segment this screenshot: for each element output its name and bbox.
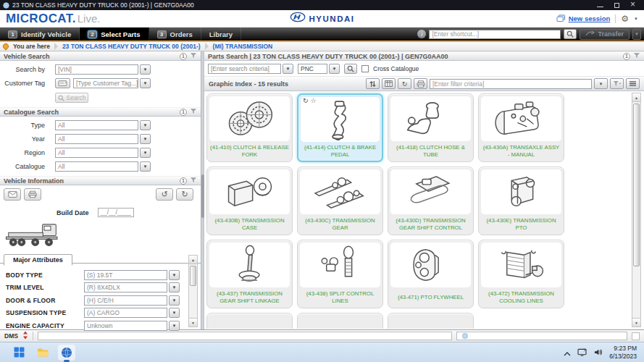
dms-end-button[interactable]	[632, 332, 640, 340]
grid-view-icon[interactable]	[382, 78, 396, 89]
chevron-down-icon[interactable]: ▼	[140, 120, 151, 130]
vehicle-thumbnail[interactable]	[4, 220, 64, 248]
chevron-down-icon[interactable]: ▼	[140, 148, 151, 158]
part-tile[interactable]	[297, 313, 383, 329]
chevron-down-icon[interactable]: ▼	[329, 64, 340, 74]
close-button[interactable]	[630, 2, 637, 9]
chevron-down-icon[interactable]: ▼	[169, 270, 180, 280]
suspension-type-select[interactable]: (A) CARGO▼	[84, 308, 180, 318]
shortcut-input[interactable]	[429, 30, 561, 39]
transfer-button[interactable]: Transfer	[580, 29, 630, 40]
type-value[interactable]: All	[55, 120, 138, 130]
part-tile[interactable]: (43-430E) TRANSMISSION PTO	[478, 167, 564, 235]
chevron-down-icon[interactable]: ▼	[140, 134, 151, 144]
search-by-value[interactable]: [VIN]	[55, 64, 138, 75]
chevron-down-icon[interactable]: ▼	[140, 161, 151, 172]
search-type-value[interactable]: PNC	[298, 64, 327, 74]
tray-chevron-icon[interactable]	[564, 346, 571, 359]
part-tile[interactable]: (43-430D) TRANSMISSION GEAR SHIFT CONTRO…	[388, 167, 474, 235]
filter-input[interactable]	[430, 79, 592, 89]
chevron-down-icon[interactable]: ▼	[140, 78, 151, 88]
customer-tag-value[interactable]: [Type Customer Tag...]	[73, 78, 138, 88]
file-explorer-icon[interactable]	[34, 345, 51, 361]
funnel-icon[interactable]	[190, 52, 197, 60]
attribute-value[interactable]: Unknown	[84, 321, 167, 331]
breadcrumb-section-link[interactable]: (MI) TRANSMISSION	[213, 43, 273, 50]
year-select[interactable]: All▼	[55, 134, 151, 144]
start-button[interactable]	[10, 345, 28, 361]
email-button[interactable]	[4, 188, 21, 201]
taskbar-clock[interactable]: 9:23 PM 6/13/2023	[609, 345, 637, 360]
shortcut-search-button[interactable]	[564, 29, 577, 39]
vehicle-search-header[interactable]: Vehicle Search 1	[0, 51, 201, 61]
grid-scrollbar[interactable]: ▲ ▼	[632, 93, 641, 327]
part-tile[interactable]: (43-471) PTO FLYWHEEL	[388, 240, 474, 308]
circle-1-icon[interactable]: 1	[180, 177, 187, 185]
part-tile[interactable]: (41-410) CLUTCH & RELEASE FORK	[206, 93, 293, 162]
customer-tag-select[interactable]: [Type Customer Tag...] ▼	[73, 78, 151, 88]
catalogue-search-header[interactable]: Catalogue Search 1	[0, 107, 201, 117]
microcat-app-icon[interactable]	[58, 345, 75, 361]
cross-catalogue-checkbox[interactable]	[361, 65, 369, 72]
part-tile[interactable]	[206, 313, 293, 329]
tab-select-parts[interactable]: 2 Select Parts	[80, 28, 149, 41]
list-view-icon[interactable]	[626, 78, 640, 89]
chevron-down-icon[interactable]: ▼	[283, 64, 293, 74]
funnel-icon[interactable]	[190, 108, 197, 116]
attribute-value[interactable]: (S) 19.5T	[84, 270, 167, 280]
engine-capacity-select[interactable]: Unknown▼	[84, 321, 180, 331]
vehicle-search-button[interactable]: Search	[55, 93, 88, 103]
scroll-up-icon[interactable]: ▲	[632, 93, 640, 102]
scroll-down-icon[interactable]: ▼	[189, 318, 197, 327]
maximize-button[interactable]	[614, 2, 620, 9]
print-icon[interactable]	[414, 78, 427, 89]
door-floor-select[interactable]: (H) C/E/H▼	[84, 295, 180, 306]
print-button[interactable]	[24, 188, 41, 201]
trim-level-select[interactable]: (R) 8X4DLX▼	[84, 282, 180, 292]
tab-library[interactable]: Library	[201, 28, 241, 41]
part-tile[interactable]: (41-418) CLUTCH HOSE & TUBE	[388, 93, 474, 162]
build-date-input[interactable]: __/__/____	[98, 208, 134, 217]
part-tile[interactable]	[388, 313, 474, 329]
undo-icon[interactable]: ↺	[156, 188, 173, 201]
info-icon[interactable]: i	[417, 30, 426, 38]
chevron-down-icon[interactable]: ▼	[169, 321, 180, 331]
network-icon[interactable]	[577, 346, 587, 359]
customer-tag-button[interactable]	[55, 78, 70, 88]
scrollbar-thumb[interactable]	[633, 104, 640, 266]
minimize-button[interactable]	[597, 2, 603, 9]
catalogue-select[interactable]: All▼	[55, 161, 151, 172]
body-type-select[interactable]: (S) 19.5T▼	[84, 270, 180, 280]
filter-dropdown-icon[interactable]: ▼	[594, 78, 608, 89]
year-value[interactable]: All	[55, 134, 138, 144]
region-value[interactable]: All	[55, 148, 138, 158]
chevron-down-icon[interactable]: ▼	[140, 64, 151, 75]
part-tile[interactable]: (43-430B) TRANSMISSION CASE	[206, 167, 293, 235]
circle-1-icon[interactable]: 1	[180, 109, 187, 116]
volume-icon[interactable]	[593, 346, 603, 359]
rotate-icon[interactable]: ↻	[398, 78, 411, 89]
type-select[interactable]: All▼	[55, 120, 151, 130]
search-type-select[interactable]: PNC ▼	[298, 64, 340, 74]
gear-icon[interactable]: ⚙	[621, 14, 629, 23]
swap-arrows-icon[interactable]	[366, 78, 380, 89]
new-session-label[interactable]: New session	[569, 14, 611, 22]
circle-1-icon[interactable]: 1	[180, 53, 187, 60]
search-criteria-value[interactable]: [Enter search criteria]	[208, 64, 281, 74]
part-tile[interactable]: (43-430C) TRANSMISSION GEAR	[297, 167, 383, 235]
funnel-caret-icon[interactable]	[610, 78, 624, 89]
part-tile[interactable]: ↻☆(41-414) CLUTCH & BRAKE PEDAL	[297, 93, 383, 162]
scroll-down-icon[interactable]: ▼	[632, 318, 640, 327]
parts-search-header[interactable]: Parts Search | 23 TON CLASS HEAVY DUTY T…	[204, 51, 644, 61]
catalogue-value[interactable]: All	[55, 161, 138, 172]
chevron-down-icon[interactable]: ▼	[169, 295, 180, 306]
vehicle-information-header[interactable]: Vehicle Information 1	[0, 176, 201, 185]
part-tile[interactable]: (43-472) TRANSMISSION COOLING LINES	[478, 240, 564, 308]
chevron-down-icon[interactable]: ▼	[169, 282, 180, 292]
attribute-value[interactable]: (H) C/E/H	[84, 295, 167, 306]
chevron-down-icon[interactable]: ▼	[169, 308, 180, 318]
attribute-value[interactable]: (A) CARGO	[84, 308, 167, 318]
search-by-select[interactable]: [VIN] ▼	[55, 64, 151, 75]
part-tile[interactable]: (43-438) SPLIT CONTROL LINES	[297, 240, 383, 308]
region-select[interactable]: All▼	[55, 148, 151, 158]
